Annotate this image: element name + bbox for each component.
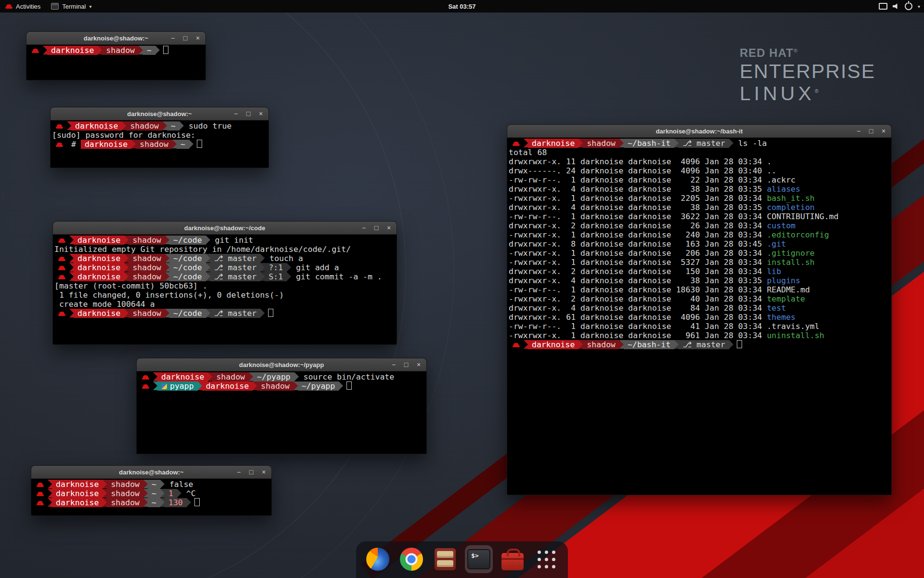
prompt-segment <box>509 340 524 349</box>
window-titlebar[interactable]: darknoise@shadow:~/bash-it − □ × <box>507 125 891 138</box>
powerline-separator <box>143 489 148 498</box>
dock-item-chrome[interactable] <box>398 545 425 573</box>
terminal-text: template <box>767 294 805 303</box>
prompt-segment: ~/code <box>169 263 206 272</box>
terminal-window[interactable]: darknoise@shadow:~/pyapp − □ × darknoise… <box>136 358 427 454</box>
minimize-button[interactable]: − <box>855 128 862 134</box>
minimize-button[interactable]: − <box>360 224 367 231</box>
redhat-icon <box>37 491 44 497</box>
terminal-content[interactable]: darknoiseshadow~/pyapp source bin/activa… <box>137 371 426 392</box>
window-titlebar[interactable]: darknoise@shadow:~ − □ × <box>26 32 205 45</box>
brand-linux: LINUX® <box>740 83 875 104</box>
maximize-button[interactable]: □ <box>248 469 255 475</box>
prompt-segment: ~ <box>167 121 180 131</box>
prompt-segment: ~/code <box>169 309 206 318</box>
minimize-button[interactable]: − <box>235 469 242 475</box>
rhel-branding: RED HAT® ENTERPRISE LINUX® <box>740 46 875 104</box>
minimize-button[interactable]: − <box>169 35 176 41</box>
dock-item-terminal[interactable]: $> <box>465 545 493 573</box>
powerline-separator <box>339 381 343 390</box>
powerline-separator <box>48 480 52 488</box>
terminal-line: drwx------. 24 darknoise darknoise 4096 … <box>509 166 890 175</box>
prompt-segment: shadow <box>212 372 249 381</box>
system-status-area[interactable]: ▾ <box>879 0 920 13</box>
terminal-text: uninstall.sh <box>767 331 824 340</box>
prompt-segment: ~ <box>148 498 160 507</box>
powerline-separator <box>131 140 136 148</box>
activities-button[interactable]: Activities <box>0 0 46 13</box>
powerline-separator <box>122 121 126 130</box>
window-titlebar[interactable]: darknoise@shadow:~ − □ × <box>51 107 269 120</box>
maximize-button[interactable]: □ <box>868 128 874 134</box>
brand-redhat: RED HAT® <box>740 46 875 60</box>
terminal-text: lib <box>767 267 781 276</box>
close-button[interactable]: × <box>415 361 422 368</box>
terminal-line: drwxrwxr-x. 11 darknoise darknoise 4096 … <box>509 157 890 166</box>
terminal-text: create mode 100644 a <box>54 300 155 309</box>
minimize-button[interactable]: − <box>232 110 239 117</box>
prompt-segment: shadow <box>128 263 165 272</box>
maximize-button[interactable]: □ <box>373 224 380 231</box>
powerline-separator <box>160 498 165 507</box>
terminal-content[interactable]: darknoiseshadow~/bash-it⎇ master ls -lat… <box>507 138 891 350</box>
terminal-window[interactable]: darknoise@shadow:~/code − □ × darknoises… <box>52 221 397 345</box>
dock: $> <box>356 541 568 578</box>
powerline-separator <box>67 140 71 148</box>
powerline-separator <box>160 489 165 498</box>
prompt-segment <box>54 263 69 272</box>
dock-item-files[interactable] <box>431 545 459 573</box>
terminal-text: -rw-rw-r--. 1 darknoise darknoise 22 Jan… <box>509 175 796 184</box>
terminal-text: drwxrwxr-x. 4 darknoise darknoise 38 Jan… <box>509 276 767 285</box>
window-titlebar[interactable]: darknoise@shadow:~/code − □ × <box>53 222 397 235</box>
close-button[interactable]: × <box>257 110 264 117</box>
close-button[interactable]: × <box>385 224 392 231</box>
terminal-line: drwxrwxr-x. 2 darknoise darknoise 150 Ja… <box>509 267 890 276</box>
dock-item-toolbox[interactable] <box>499 545 526 573</box>
terminal-window[interactable]: darknoise@shadow:~ − □ × darknoiseshadow… <box>26 31 206 80</box>
close-button[interactable]: × <box>260 469 267 475</box>
terminal-line: -rwxrwxr-x. 1 darknoise darknoise 5327 J… <box>509 258 890 267</box>
terminal-line: drwxrwxr-x. 4 darknoise darknoise 84 Jan… <box>509 303 890 313</box>
python-icon <box>161 383 167 389</box>
close-button[interactable]: × <box>194 35 201 41</box>
powerline-separator <box>98 46 102 54</box>
display-icon <box>879 3 887 10</box>
show-apps-icon <box>538 551 555 568</box>
terminal-line: -rwxrwxr-x. 1 darknoise darknoise 2205 J… <box>509 194 890 203</box>
minimize-button[interactable]: − <box>390 361 397 368</box>
dock-item-firefox[interactable] <box>364 545 392 573</box>
prompt-segment: darknoise <box>52 480 103 489</box>
terminal-window[interactable]: darknoise@shadow:~ − □ × darknoiseshadow… <box>31 465 272 516</box>
powerline-separator <box>69 272 74 281</box>
terminal-line: drwxrwxr-x. 4 darknoise darknoise 38 Jan… <box>509 203 890 212</box>
prompt-segment <box>54 272 69 281</box>
app-menu-terminal[interactable]: Terminal ▾ <box>46 0 97 13</box>
window-titlebar[interactable]: darknoise@shadow:~ − □ × <box>31 466 271 479</box>
dock-item-show-apps[interactable] <box>532 545 560 573</box>
window-titlebar[interactable]: darknoise@shadow:~/pyapp − □ × <box>137 358 426 371</box>
terminal-window[interactable]: darknoise@shadow:~/bash-it − □ × darknoi… <box>507 124 892 495</box>
clock[interactable]: Sat 03:57 <box>448 3 475 10</box>
maximize-button[interactable]: □ <box>182 35 189 41</box>
terminal-content[interactable]: darknoiseshadow~ falsedarknoiseshadow~1 … <box>31 479 271 508</box>
maximize-button[interactable]: □ <box>245 110 252 117</box>
powerline-separator <box>48 498 52 507</box>
powerline-separator <box>619 139 624 147</box>
terminal-content[interactable]: darknoiseshadow~/code git initInitialize… <box>53 235 397 319</box>
close-button[interactable]: × <box>880 128 887 134</box>
terminal-line: darknoiseshadow~/bash-it⎇ master <box>509 340 890 349</box>
powerline-separator <box>206 236 210 244</box>
terminal-content[interactable]: darknoiseshadow~ <box>26 45 205 56</box>
maximize-button[interactable]: □ <box>403 361 410 368</box>
powerline-separator <box>48 489 52 498</box>
powerline-separator <box>198 381 202 390</box>
powerline-separator <box>287 272 291 281</box>
prompt-segment: shadow <box>128 236 165 245</box>
terminal-window[interactable]: darknoise@shadow:~ − □ × darknoiseshadow… <box>50 107 269 168</box>
terminal-line: drwxrwxr-x. 4 darknoise darknoise 38 Jan… <box>509 184 890 194</box>
powerline-separator <box>524 139 528 147</box>
powerline-separator <box>260 309 265 317</box>
terminal-content[interactable]: darknoiseshadow~ sudo true[sudo] passwor… <box>51 120 269 150</box>
terminal-text: -rw-rw-r--. 1 darknoise darknoise 18630 … <box>509 285 810 294</box>
prompt-segment: darknoise <box>81 140 131 149</box>
